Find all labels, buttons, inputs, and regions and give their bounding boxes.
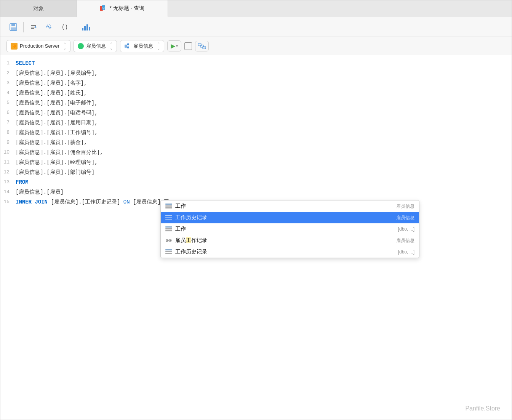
ac-name-5: 工作历史记录 [175, 248, 381, 255]
beautify-button[interactable] [42, 20, 56, 34]
svg-rect-19 [125, 45, 127, 48]
svg-text:Q: Q [102, 6, 105, 10]
code-line-3: 3 [雇员信息].[雇员].[名字], [0, 78, 512, 88]
tab-objects[interactable]: 对象 [0, 0, 77, 17]
database-dropdown[interactable]: 雇员信息 ⌃⌄ [74, 40, 117, 52]
database-label: 雇员信息 [86, 43, 106, 50]
stop-button[interactable] [184, 42, 192, 50]
svg-rect-20 [127, 43, 129, 45]
link-icon-4 [165, 238, 172, 243]
run-arrow-icon: ▶ [171, 42, 175, 50]
svg-point-32 [167, 240, 168, 241]
svg-point-10 [50, 25, 51, 26]
ac-schema-2: 雇员信息 [384, 215, 414, 221]
svg-line-22 [127, 44, 127, 46]
bracket-button[interactable]: ( ) [57, 20, 71, 34]
db-dropdown-arrow: ⌃⌄ [110, 42, 113, 50]
tab-query-label: * 无标题 - 查询 [110, 5, 145, 12]
ac-name-4: 雇员工作记录 [175, 237, 381, 244]
table-icon-2 [165, 215, 172, 220]
chart-button[interactable] [77, 20, 96, 34]
connection-bar: 🔶 Production Server ⌃⌄ 雇员信息 ⌃⌄ [0, 37, 512, 55]
svg-rect-16 [89, 27, 90, 30]
tab-query[interactable]: Q * 无标题 - 查询 [77, 0, 168, 17]
ac-item-4[interactable]: 雇员工作记录 雇员信息 [161, 235, 419, 246]
code-line-9: 9 [雇员信息].[雇员].[薪金], [0, 138, 512, 147]
ac-schema-3: [dbo, ...] [384, 226, 414, 232]
code-line-4: 4 [雇员信息].[雇员].[姓氏], [0, 88, 512, 98]
save-button[interactable] [6, 20, 20, 34]
svg-rect-14 [84, 26, 86, 30]
ac-item-5[interactable]: 工作历史记录 [dbo, ...] [161, 246, 419, 258]
tab-bar: 对象 Q * 无标题 - 查询 [0, 0, 512, 17]
database-icon [78, 43, 84, 49]
ac-item-2[interactable]: 工作历史记录 雇员信息 [161, 212, 419, 223]
svg-text:(: ( [61, 24, 65, 30]
code-line-7: 7 [雇员信息].[雇员].[雇用日期], [0, 118, 512, 128]
toolbar-divider-2 [74, 22, 74, 32]
tab-objects-label: 对象 [33, 5, 44, 12]
table-icon-3 [165, 226, 172, 232]
autocomplete-dropdown: 工作 雇员信息 工作历史记录 雇员信息 工作 [160, 200, 419, 258]
server-dropdown[interactable]: 🔶 Production Server ⌃⌄ [6, 40, 70, 52]
svg-point-9 [47, 25, 48, 26]
app-window: 对象 Q * 无标题 - 查询 [0, 0, 512, 420]
ac-item-3[interactable]: 工作 [dbo, ...] [161, 223, 419, 235]
server-dropdown-arrow: ⌃⌄ [63, 42, 66, 50]
ac-item-1[interactable]: 工作 雇员信息 [161, 200, 419, 212]
watermark: Panfile.Store [465, 405, 500, 412]
svg-rect-24 [198, 43, 201, 46]
ac-name-2: 工作历史记录 [175, 214, 381, 221]
ac-schema-5: [dbo, ...] [384, 249, 414, 255]
code-line-1: 1 SELECT [0, 58, 512, 68]
svg-rect-4 [11, 24, 15, 26]
svg-point-33 [170, 240, 171, 241]
svg-rect-15 [86, 24, 88, 30]
code-line-11: 11 [雇员信息].[雇员].[经理编号], [0, 157, 512, 167]
format-button[interactable] [27, 20, 40, 34]
explain-button[interactable] [195, 41, 209, 51]
svg-rect-13 [82, 28, 83, 30]
code-line-2: 2 [雇员信息].[雇员].[雇员编号], [0, 68, 512, 78]
svg-text:🔶: 🔶 [13, 44, 16, 48]
code-line-13: 13 FROM [0, 177, 512, 187]
code-line-5: 5 [雇员信息].[雇员].[电子邮件], [0, 98, 512, 108]
schema-dropdown[interactable]: 雇员信息 ⌃⌄ [120, 40, 164, 52]
table-icon-1 [165, 204, 172, 209]
schema-dropdown-arrow: ⌃⌄ [157, 42, 160, 50]
ac-schema-4: 雇员信息 [384, 237, 414, 244]
svg-rect-21 [127, 46, 129, 48]
query-tab-icon: Q [100, 5, 107, 11]
schema-icon [124, 43, 131, 49]
code-line-12: 12 [雇员信息].[雇员].[部门编号] [0, 167, 512, 177]
code-line-10: 10 [雇员信息].[雇员].[佣金百分比], [0, 147, 512, 157]
table-icon-5 [165, 249, 172, 255]
toolbar-divider-1 [23, 22, 24, 32]
svg-text:): ) [65, 24, 68, 30]
schema-label: 雇员信息 [133, 43, 153, 50]
server-icon: 🔶 [11, 43, 18, 50]
run-dropdown-arrow-icon: ▾ [176, 44, 178, 48]
ac-schema-1: 雇员信息 [384, 203, 414, 210]
code-line-14: 14 [雇员信息].[雇员] [0, 187, 512, 197]
toolbar: ( ) [0, 17, 512, 37]
svg-rect-5 [11, 27, 16, 30]
ac-name-1: 工作 [175, 203, 381, 210]
code-line-6: 6 [雇员信息].[雇员].[电话号码], [0, 108, 512, 118]
server-label: Production Server [20, 43, 59, 49]
code-line-8: 8 [雇员信息].[雇员].[工作编号], [0, 128, 512, 138]
run-button[interactable]: ▶ ▾ [167, 40, 181, 51]
ac-name-3: 工作 [175, 226, 381, 232]
svg-line-23 [127, 46, 127, 48]
editor-area[interactable]: 1 SELECT 2 [雇员信息].[雇员].[雇员编号], 3 [雇员信息].… [0, 55, 512, 420]
